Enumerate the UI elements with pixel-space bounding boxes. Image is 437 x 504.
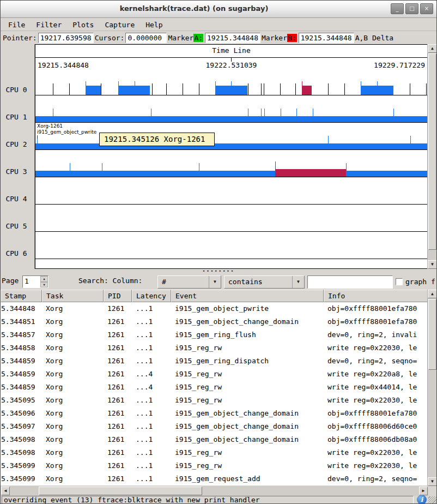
table-cell: Xorg bbox=[42, 394, 104, 407]
cpu-track-0 bbox=[35, 81, 427, 95]
graph-follows-checkbox[interactable] bbox=[396, 278, 403, 285]
menu-filter[interactable]: Filter bbox=[31, 20, 67, 30]
timeline-canvas[interactable] bbox=[35, 45, 427, 268]
table-cell: 1261 bbox=[104, 368, 132, 381]
column-header[interactable]: Stamp bbox=[1, 290, 42, 302]
table-cell: i915_reg_rw bbox=[171, 446, 324, 459]
table-row[interactable]: 5.345097Xorg1261...1i915_gem_object_chan… bbox=[1, 420, 428, 433]
table-cell: 5.344859 bbox=[1, 368, 42, 381]
column-header[interactable]: Event bbox=[171, 290, 324, 302]
table-row[interactable]: 5.345096Xorg1261...1i915_gem_object_chan… bbox=[1, 407, 428, 420]
resize-grip[interactable] bbox=[428, 496, 436, 504]
title-bar[interactable]: kernelshark(trace.dat) (on sugarbay) _ □… bbox=[1, 1, 436, 18]
cpu-track-4 bbox=[35, 204, 427, 205]
column-header[interactable]: Latency bbox=[132, 290, 171, 302]
menu-capture[interactable]: Capture bbox=[99, 20, 140, 30]
search-input[interactable] bbox=[307, 275, 393, 289]
table-cell: 5.345098 bbox=[1, 433, 42, 446]
table-row[interactable]: 5.344858Xorg1261...1i915_reg_rwwrite reg… bbox=[1, 341, 428, 355]
table-row[interactable]: 5.345098Xorg1261...1i915_gem_object_chan… bbox=[1, 433, 428, 446]
table-row[interactable]: 5.344859Xorg1261...1i915_gem_ring_dispat… bbox=[1, 355, 428, 368]
maximize-button[interactable]: □ bbox=[405, 3, 418, 14]
timeline-title: Time Line bbox=[35, 46, 427, 55]
graph-vertical-scrollbar[interactable]: ▲ ▼ bbox=[427, 44, 436, 269]
table-horizontal-scrollbar[interactable]: ◀ ▶ bbox=[1, 486, 428, 496]
page-spinner[interactable]: 1 ▲▼ bbox=[22, 275, 48, 288]
table-cell: write reg=0x220a8, le bbox=[324, 368, 428, 381]
table-header: StampTaskPIDLatencyEventInfo bbox=[1, 290, 428, 302]
cpu-track-1 bbox=[35, 109, 427, 123]
table-row[interactable]: 5.345098Xorg1261...1i915_reg_rwwrite reg… bbox=[1, 446, 428, 459]
scroll-left-icon[interactable]: ◀ bbox=[1, 487, 10, 495]
timeline-tooltip: 19215.345126 Xorg-1261 bbox=[99, 133, 215, 146]
table-cell: obj=0xffff88006db08a0 bbox=[324, 433, 428, 446]
table-cell: obj=0xffff88006d60ce0 bbox=[324, 420, 428, 433]
close-button[interactable]: × bbox=[420, 3, 433, 14]
table-cell: Xorg bbox=[42, 381, 104, 394]
menu-file[interactable]: File bbox=[3, 20, 31, 30]
hscroll-thumb[interactable] bbox=[39, 487, 202, 495]
table-vertical-scrollbar[interactable]: ▲ ▼ bbox=[427, 290, 436, 486]
match-select[interactable]: contains ▼ bbox=[224, 275, 305, 289]
cpu-track-5 bbox=[35, 231, 427, 232]
table-row[interactable]: 5.344851Xorg1261...1i915_gem_object_chan… bbox=[1, 315, 428, 328]
cpu-track-3 bbox=[35, 161, 427, 177]
cpu-row-label: CPU 2 bbox=[1, 140, 32, 148]
table-cell: ...1 bbox=[132, 407, 171, 420]
cpu-row-label: CPU 5 bbox=[1, 222, 32, 230]
table-row[interactable]: 5.344857Xorg1261...1i915_gem_ring_flushd… bbox=[1, 328, 428, 341]
table-cell: 5.345097 bbox=[1, 420, 42, 433]
table-cell: Xorg bbox=[42, 302, 104, 315]
table-row[interactable]: 5.344859Xorg1261...4i915_reg_rwwrite reg… bbox=[1, 381, 428, 394]
table-cell: write reg=0x44014, le bbox=[324, 381, 428, 394]
table-cell: 5.345099 bbox=[1, 459, 42, 472]
table-cell: i915_gem_ring_flush bbox=[171, 328, 324, 341]
table-cell: 1261 bbox=[104, 341, 132, 355]
scroll-right-icon[interactable]: ▶ bbox=[419, 487, 428, 495]
marker-b-prefix: Marker bbox=[262, 34, 287, 42]
menu-help[interactable]: Help bbox=[140, 20, 168, 30]
table-cell: Xorg bbox=[42, 459, 104, 472]
table-row[interactable]: 5.344848Xorg1261...1i915_gem_object_pwri… bbox=[1, 302, 428, 315]
column-select[interactable]: # ▼ bbox=[157, 275, 221, 289]
table-cell: ...4 bbox=[132, 368, 171, 381]
info-icon[interactable]: i bbox=[417, 495, 427, 504]
timeline-plot[interactable]: Time Line 19215.344848 19222.531039 1922… bbox=[35, 44, 428, 269]
table-cell: ...1 bbox=[132, 433, 171, 446]
table-cell: 5.345096 bbox=[1, 407, 42, 420]
table-cell: 1261 bbox=[104, 328, 132, 341]
column-header[interactable]: PID bbox=[104, 290, 132, 302]
table-cell: 5.344859 bbox=[1, 355, 42, 368]
table-row[interactable]: 5.344859Xorg1261...4i915_reg_rwwrite reg… bbox=[1, 368, 428, 381]
table-row[interactable]: 5.345099Xorg1261...1i915_reg_rwwrite reg… bbox=[1, 459, 428, 472]
column-header[interactable]: Task bbox=[42, 290, 104, 302]
cpu-row-label: CPU 1 bbox=[1, 113, 32, 121]
menu-plots[interactable]: Plots bbox=[67, 20, 99, 30]
table-cell: 1261 bbox=[104, 433, 132, 446]
column-header[interactable]: Info bbox=[324, 290, 428, 302]
cursor-label: Cursor: bbox=[95, 34, 125, 42]
window-controls: _ □ × bbox=[391, 3, 433, 14]
page-spinner-arrows[interactable]: ▲▼ bbox=[40, 276, 48, 287]
cpu-track-6 bbox=[35, 259, 427, 259]
table-cell: 5.345099 bbox=[1, 472, 42, 485]
marker-a-badge[interactable]: A: bbox=[193, 34, 203, 42]
table-cell: Xorg bbox=[42, 368, 104, 381]
marker-b-value: 19215.344848 bbox=[299, 33, 354, 43]
table-cell: i915_gem_object_change_domain bbox=[171, 315, 324, 328]
table-row[interactable]: 5.345095Xorg1261...1i915_reg_rwwrite reg… bbox=[1, 394, 428, 407]
minimize-button[interactable]: _ bbox=[391, 3, 404, 14]
table-cell: write reg=0x22030, le bbox=[324, 446, 428, 459]
table-cell: 1261 bbox=[104, 302, 132, 315]
table-row[interactable]: 5.345099Xorg1261...1i915_gem_request_add… bbox=[1, 472, 428, 485]
marker-b-badge[interactable]: B: bbox=[287, 34, 297, 42]
event-table: 5.344848Xorg1261...1i915_gem_object_pwri… bbox=[1, 302, 428, 485]
marker-info-bar: Pointer: 19217.639598 Cursor: 0.000000 M… bbox=[1, 31, 436, 44]
time-label-center: 19222.531039 bbox=[35, 61, 427, 69]
hover-tick bbox=[37, 135, 38, 139]
table-cell: Xorg bbox=[42, 355, 104, 368]
table-cell: obj=0xffff88001efa780 bbox=[324, 302, 428, 315]
table-cell: i915_reg_rw bbox=[171, 394, 324, 407]
page-label: Page bbox=[2, 277, 19, 285]
pane-splitter[interactable]: •••••••• bbox=[1, 269, 436, 274]
